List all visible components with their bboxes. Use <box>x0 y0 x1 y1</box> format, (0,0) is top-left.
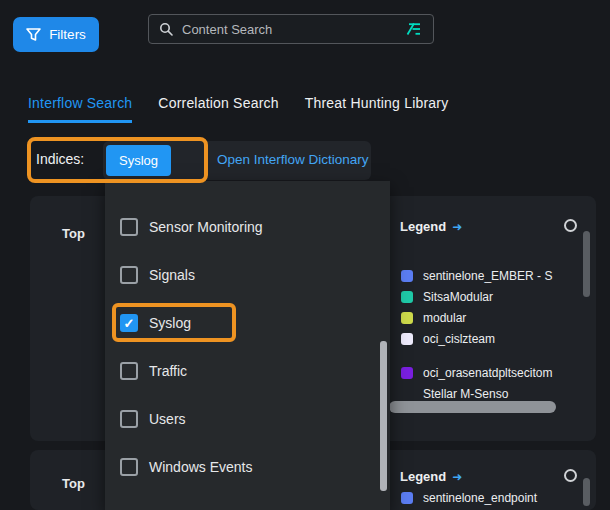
filter-funnel-icon <box>26 28 41 42</box>
interflow-query-icon[interactable] <box>404 22 423 36</box>
legend-title: Legend <box>400 219 446 234</box>
index-option[interactable]: Signals <box>105 251 390 299</box>
legend-expand-arrow-icon[interactable]: ➜ <box>452 470 462 484</box>
index-option[interactable]: Sensor Monitoring <box>105 203 390 251</box>
index-option-label: Windows Events <box>149 459 252 475</box>
legend-item-label: SitsaModular <box>423 290 493 304</box>
legend-expand-arrow-icon[interactable]: ➜ <box>452 220 462 234</box>
top-label: Top <box>62 476 85 491</box>
index-checkbox[interactable] <box>120 314 138 332</box>
legend-list: sentinelone_endpoint <box>401 491 583 510</box>
tab-label: Interflow Search <box>28 95 132 111</box>
dropdown-vertical-scrollbar[interactable] <box>380 341 387 491</box>
index-option[interactable]: Syslog <box>105 299 390 347</box>
chart-horizontal-scrollbar[interactable] <box>389 401 556 413</box>
index-option[interactable]: Traffic <box>105 347 390 395</box>
filters-button[interactable]: Filters <box>13 17 99 52</box>
legend-header: Legend ➜ <box>400 219 462 234</box>
legend-vertical-scrollbar[interactable] <box>583 478 590 506</box>
legend-item[interactable]: modular <box>401 311 583 324</box>
tab[interactable]: Interflow Search <box>28 95 132 123</box>
index-checkbox[interactable] <box>120 218 138 236</box>
indices-dropdown-list: Sensor Monitoring Signals Syslog Traffic… <box>105 203 390 491</box>
legend-item[interactable]: SitsaModular <box>401 290 583 303</box>
legend-vertical-scrollbar[interactable] <box>583 231 590 297</box>
index-option-label: Sensor Monitoring <box>149 219 263 235</box>
legend-item-label: Stellar M-Senso <box>423 387 508 401</box>
legend-color-chip <box>401 367 413 379</box>
search-icon <box>159 22 173 36</box>
index-option-label: Signals <box>149 267 195 283</box>
indices-dropdown: Sensor Monitoring Signals Syslog Traffic… <box>105 181 390 510</box>
index-checkbox[interactable] <box>120 458 138 476</box>
open-interflow-dictionary-link[interactable]: Open Interflow Dictionary <box>217 152 369 167</box>
top-label: Top <box>62 226 85 241</box>
legend-loading-circle-icon <box>564 469 577 482</box>
index-checkbox[interactable] <box>120 362 138 380</box>
search-tabs: Interflow Search Correlation Search Thre… <box>28 95 448 123</box>
indices-selected-button[interactable]: Syslog <box>106 145 171 176</box>
legend-item[interactable]: sentinelone_EMBER - S <box>401 269 583 282</box>
tab-label: Correlation Search <box>158 95 278 111</box>
legend-item-label: modular <box>423 311 466 325</box>
content-search-box[interactable] <box>148 14 434 44</box>
legend-header: Legend ➜ <box>400 469 462 484</box>
legend-color-chip <box>401 333 413 345</box>
index-checkbox[interactable] <box>120 266 138 284</box>
tab[interactable]: Correlation Search <box>158 95 278 123</box>
legend-color-chip <box>401 291 413 303</box>
legend-loading-circle-icon <box>564 219 577 232</box>
indices-label: Indices: <box>36 151 84 167</box>
index-option[interactable]: Users <box>105 395 390 443</box>
legend-item-label: oci_orasenatdpltsecitom <box>423 366 552 380</box>
legend-color-chip <box>401 492 413 504</box>
legend-item-label: oci_cislzteam <box>423 332 495 346</box>
legend-title: Legend <box>400 469 446 484</box>
tab-label: Threat Hunting Library <box>305 95 449 111</box>
index-checkbox[interactable] <box>120 410 138 428</box>
legend-item[interactable]: oci_orasenatdpltsecitom <box>401 366 583 379</box>
tab[interactable]: Threat Hunting Library <box>305 95 449 123</box>
legend-color-chip <box>401 270 413 282</box>
legend-item-label: sentinelone_endpoint <box>423 491 537 505</box>
legend-color-chip <box>401 312 413 324</box>
legend-color-chip <box>401 388 413 400</box>
legend-item-label: sentinelone_EMBER - S <box>423 269 552 283</box>
legend-list: sentinelone_EMBER - S SitsaModular modul… <box>401 245 583 408</box>
index-option-label: Users <box>149 411 186 427</box>
content-search-input[interactable] <box>180 21 397 38</box>
index-option-label: Traffic <box>149 363 187 379</box>
index-option[interactable]: Windows Events <box>105 443 390 491</box>
legend-item[interactable]: Stellar M-Senso <box>401 387 583 400</box>
index-option-label: Syslog <box>149 315 191 331</box>
legend-item[interactable]: oci_cislzteam <box>401 332 583 345</box>
filters-button-label: Filters <box>49 27 86 42</box>
legend-item[interactable]: sentinelone_endpoint <box>401 491 583 504</box>
